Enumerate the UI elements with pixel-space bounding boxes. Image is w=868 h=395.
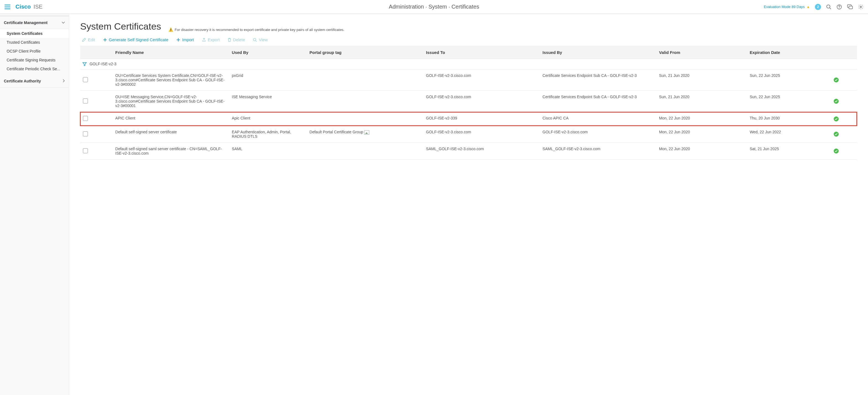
- sidebar-item[interactable]: Trusted Certificates: [0, 38, 69, 47]
- view-label: View: [259, 37, 268, 42]
- sidebar-item[interactable]: OCSP Client Profile: [0, 47, 69, 56]
- col-used-by[interactable]: Used By: [229, 46, 307, 59]
- col-valid-from[interactable]: Valid From: [656, 46, 747, 59]
- feedback-icon[interactable]: [847, 4, 853, 10]
- svg-rect-8: [849, 6, 852, 9]
- cell-friendly-name: Default self-signed server certificate: [113, 126, 229, 143]
- cell-issued-by: Certificate Services Endpoint Sub CA - G…: [540, 69, 656, 91]
- cell-valid-from: Mon, 22 Jun 2020: [656, 143, 747, 160]
- svg-point-14: [253, 38, 256, 41]
- chevron-right-icon: [63, 79, 65, 83]
- status-ok-icon: [834, 132, 839, 136]
- cell-friendly-name: OU=ISE Messaging Service,CN=GOLF-ISE-v2-…: [113, 91, 229, 112]
- cell-expiration-date: Thu, 20 Jun 2030: [747, 112, 831, 126]
- warning-triangle-icon: ▲: [806, 5, 810, 9]
- warning-icon: ⚠️: [168, 27, 173, 32]
- cell-used-by: Apic Client: [229, 112, 307, 126]
- brand-logo[interactable]: Cisco ISE: [16, 4, 42, 10]
- cell-issued-to: GOLF-ISE-v2-3.cisco.com: [423, 91, 540, 112]
- sidebar: Certificate Management System Certificat…: [0, 14, 69, 395]
- cell-friendly-name: APIC Client: [113, 112, 229, 126]
- export-label: Export: [208, 37, 220, 42]
- sidebar-item[interactable]: Certificate Signing Requests: [0, 56, 69, 64]
- table-row[interactable]: Default self-signed server certificateEA…: [80, 126, 857, 143]
- row-checkbox[interactable]: [83, 148, 88, 153]
- delete-button[interactable]: Delete: [227, 37, 245, 42]
- col-expiration[interactable]: Expiration Date: [747, 46, 831, 59]
- row-checkbox[interactable]: [83, 77, 88, 82]
- cell-expiration-date: Wed, 22 Jun 2022: [747, 126, 831, 143]
- cell-issued-to: SAML_GOLF-ISE-v2-3.cisco.com: [423, 143, 540, 160]
- cell-portal-tag: [307, 91, 424, 112]
- sidebar-group-label: Certificate Management: [4, 21, 48, 25]
- sidebar-group-cert-authority[interactable]: Certificate Authority: [0, 75, 69, 87]
- status-ok-icon: [834, 78, 839, 83]
- cell-issued-by: GOLF-ISE-v2-3.cisco.com: [540, 126, 656, 143]
- cell-issued-to: GOLF-ISE-v2-3.cisco.com: [423, 69, 540, 91]
- table-row[interactable]: Default self-signed saml server certific…: [80, 143, 857, 160]
- generate-label: Generate Self Signed Certificate: [109, 37, 168, 42]
- notification-count-badge[interactable]: 2: [815, 4, 821, 10]
- row-checkbox[interactable]: [83, 116, 88, 121]
- page-hint: ⚠️ For disaster recovery it is recommend…: [168, 27, 344, 32]
- svg-point-3: [827, 5, 830, 8]
- row-checkbox[interactable]: [83, 98, 88, 103]
- col-friendly-name[interactable]: Friendly Name: [113, 46, 229, 59]
- cell-valid-from: Sun, 21 Jun 2020: [656, 69, 747, 91]
- svg-line-15: [256, 41, 257, 42]
- cell-expiration-date: Sun, 22 Jun 2025: [747, 91, 831, 112]
- table-row[interactable]: OU=ISE Messaging Service,CN=GOLF-ISE-v2-…: [80, 91, 857, 112]
- cell-valid-from: Sun, 21 Jun 2020: [656, 91, 747, 112]
- import-button[interactable]: Import: [176, 37, 194, 42]
- cell-issued-to: GOLF-ISE-v2-339: [423, 112, 540, 126]
- cell-friendly-name: Default self-signed saml server certific…: [113, 143, 229, 160]
- col-issued-to[interactable]: Issued To: [423, 46, 540, 59]
- brand-name: Cisco: [16, 4, 31, 10]
- filter-row[interactable]: GOLF-ISE-v2-3: [80, 59, 857, 69]
- cell-valid-from: Mon, 22 Jun 2020: [656, 126, 747, 143]
- main-content: System Certificates ⚠️ For disaster reco…: [69, 14, 868, 395]
- svg-point-6: [839, 8, 840, 8]
- export-button[interactable]: Export: [202, 37, 220, 42]
- col-status: [831, 46, 857, 59]
- cell-expiration-date: Sat, 21 Jun 2025: [747, 143, 831, 160]
- filter-label: GOLF-ISE-v2-3: [90, 62, 116, 66]
- cell-used-by: pxGrid: [229, 69, 307, 91]
- cell-issued-by: Cisco APIC CA: [540, 112, 656, 126]
- cell-portal-tag: [307, 112, 424, 126]
- generate-self-signed-button[interactable]: Generate Self Signed Certificate: [103, 37, 168, 42]
- chevron-down-icon: [62, 21, 65, 25]
- svg-point-9: [860, 6, 862, 7]
- certificates-table: Friendly Name Used By Portal group tag I…: [80, 46, 857, 160]
- col-portal-tag[interactable]: Portal group tag: [307, 46, 424, 59]
- settings-gear-icon[interactable]: [858, 4, 864, 10]
- help-icon[interactable]: [836, 4, 842, 10]
- sidebar-group-cert-mgmt[interactable]: Certificate Management: [0, 17, 69, 29]
- hamburger-menu-icon[interactable]: [4, 4, 10, 9]
- cell-issued-by: SAML_GOLF-ISE-v2-3.cisco.com: [540, 143, 656, 160]
- filter-funnel-icon[interactable]: [82, 62, 90, 66]
- import-label: Import: [182, 37, 194, 42]
- eval-mode-link[interactable]: Evaluation Mode 89 Days ▲: [764, 5, 810, 9]
- status-ok-icon: [834, 117, 839, 121]
- col-issued-by[interactable]: Issued By: [540, 46, 656, 59]
- page-hint-text: For disaster recovery it is recommended …: [175, 28, 344, 32]
- sidebar-item[interactable]: Certificate Periodic Check Se...: [0, 64, 69, 73]
- cell-friendly-name: OU=Certificate Services System Certifica…: [113, 69, 229, 91]
- sidebar-item[interactable]: System Certificates: [0, 29, 69, 38]
- status-ok-icon: [834, 99, 839, 104]
- edit-button[interactable]: Edit: [82, 37, 95, 42]
- cell-used-by: ISE Messaging Service: [229, 91, 307, 112]
- table-row[interactable]: APIC ClientApic ClientGOLF-ISE-v2-339Cis…: [80, 112, 857, 126]
- action-toolbar: Edit Generate Self Signed Certificate Im…: [80, 33, 857, 46]
- cell-issued-by: Certificate Services Endpoint Sub CA - G…: [540, 91, 656, 112]
- svg-line-4: [830, 8, 831, 9]
- cell-portal-tag: Default Portal Certificate Group: [307, 126, 424, 143]
- edit-label: Edit: [88, 37, 95, 42]
- table-row[interactable]: OU=Certificate Services System Certifica…: [80, 69, 857, 91]
- view-button[interactable]: View: [253, 37, 268, 42]
- sidebar-group-label: Certificate Authority: [4, 79, 41, 83]
- search-icon[interactable]: [826, 4, 832, 10]
- delete-label: Delete: [233, 37, 245, 42]
- row-checkbox[interactable]: [83, 131, 88, 136]
